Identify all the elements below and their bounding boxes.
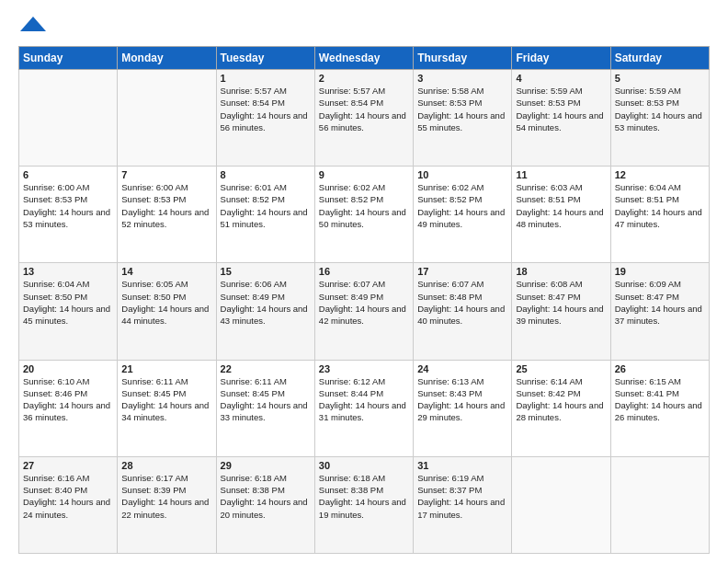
table-cell: 1Sunrise: 5:57 AM Sunset: 8:54 PM Daylig… [216,70,314,167]
day-number: 12 [615,169,705,180]
table-cell: 4Sunrise: 5:59 AM Sunset: 8:53 PM Daylig… [512,70,610,167]
table-cell: 7Sunrise: 6:00 AM Sunset: 8:53 PM Daylig… [118,167,216,263]
day-number: 15 [221,266,311,277]
day-info: Sunrise: 6:11 AM Sunset: 8:45 PM Dayligh… [121,375,211,424]
day-info: Sunrise: 6:04 AM Sunset: 8:50 PM Dayligh… [23,278,113,327]
day-info: Sunrise: 5:57 AM Sunset: 8:54 PM Dayligh… [221,85,311,133]
day-info: Sunrise: 6:13 AM Sunset: 8:43 PM Dayligh… [417,375,507,424]
day-info: Sunrise: 6:14 AM Sunset: 8:42 PM Dayligh… [516,375,606,424]
table-cell: 14Sunrise: 6:05 AM Sunset: 8:50 PM Dayli… [118,263,216,360]
day-info: Sunrise: 6:04 AM Sunset: 8:51 PM Dayligh… [615,181,705,230]
day-info: Sunrise: 6:00 AM Sunset: 8:53 PM Dayligh… [121,181,211,230]
table-cell: 28Sunrise: 6:17 AM Sunset: 8:39 PM Dayli… [118,456,216,553]
table-cell: 10Sunrise: 6:02 AM Sunset: 8:52 PM Dayli… [414,167,512,263]
day-number: 19 [615,266,705,277]
day-info: Sunrise: 6:07 AM Sunset: 8:49 PM Dayligh… [319,278,409,327]
day-number: 10 [417,169,507,180]
header [18,15,710,37]
day-info: Sunrise: 6:19 AM Sunset: 8:37 PM Dayligh… [417,472,507,521]
table-cell: 27Sunrise: 6:16 AM Sunset: 8:40 PM Dayli… [19,456,118,553]
logo-icon [20,15,46,33]
table-cell: 9Sunrise: 6:02 AM Sunset: 8:52 PM Daylig… [314,167,413,263]
day-info: Sunrise: 6:18 AM Sunset: 8:38 PM Dayligh… [221,472,311,521]
table-cell: 23Sunrise: 6:12 AM Sunset: 8:44 PM Dayli… [314,360,413,456]
day-info: Sunrise: 6:18 AM Sunset: 8:38 PM Dayligh… [319,472,409,521]
day-number: 1 [221,73,311,84]
day-info: Sunrise: 6:01 AM Sunset: 8:52 PM Dayligh… [221,181,311,230]
table-cell: 31Sunrise: 6:19 AM Sunset: 8:37 PM Dayli… [414,456,512,553]
table-cell: 8Sunrise: 6:01 AM Sunset: 8:52 PM Daylig… [216,167,314,263]
table-cell: 19Sunrise: 6:09 AM Sunset: 8:47 PM Dayli… [610,263,709,360]
day-number: 21 [121,363,211,374]
day-info: Sunrise: 6:02 AM Sunset: 8:52 PM Dayligh… [417,181,507,230]
day-number: 4 [516,73,606,84]
col-wednesday: Wednesday [314,47,413,70]
day-info: Sunrise: 5:59 AM Sunset: 8:53 PM Dayligh… [615,85,705,133]
day-info: Sunrise: 5:58 AM Sunset: 8:53 PM Dayligh… [417,85,507,133]
day-number: 24 [417,363,507,374]
day-info: Sunrise: 6:06 AM Sunset: 8:49 PM Dayligh… [221,278,311,327]
day-number: 17 [417,266,507,277]
day-number: 25 [516,363,606,374]
day-number: 2 [319,73,409,84]
calendar-week-row: 1Sunrise: 5:57 AM Sunset: 8:54 PM Daylig… [19,70,710,167]
table-cell: 22Sunrise: 6:11 AM Sunset: 8:45 PM Dayli… [216,360,314,456]
day-number: 31 [417,460,507,471]
day-info: Sunrise: 6:17 AM Sunset: 8:39 PM Dayligh… [121,472,211,521]
day-number: 18 [516,266,606,277]
day-info: Sunrise: 6:03 AM Sunset: 8:51 PM Dayligh… [516,181,606,230]
day-number: 20 [23,363,113,374]
col-friday: Friday [512,47,610,70]
day-number: 29 [221,460,311,471]
day-number: 26 [615,363,705,374]
table-cell: 21Sunrise: 6:11 AM Sunset: 8:45 PM Dayli… [118,360,216,456]
table-cell: 16Sunrise: 6:07 AM Sunset: 8:49 PM Dayli… [314,263,413,360]
logo [18,15,46,37]
day-number: 22 [221,363,311,374]
table-cell: 3Sunrise: 5:58 AM Sunset: 8:53 PM Daylig… [414,70,512,167]
calendar-header-row: Sunday Monday Tuesday Wednesday Thursday… [19,47,710,70]
day-number: 8 [221,169,311,180]
table-cell: 5Sunrise: 5:59 AM Sunset: 8:53 PM Daylig… [610,70,709,167]
table-cell: 26Sunrise: 6:15 AM Sunset: 8:41 PM Dayli… [610,360,709,456]
calendar-week-row: 6Sunrise: 6:00 AM Sunset: 8:53 PM Daylig… [19,167,710,263]
calendar-table: Sunday Monday Tuesday Wednesday Thursday… [18,46,710,554]
table-cell: 6Sunrise: 6:00 AM Sunset: 8:53 PM Daylig… [19,167,118,263]
day-info: Sunrise: 6:12 AM Sunset: 8:44 PM Dayligh… [319,375,409,424]
table-cell: 25Sunrise: 6:14 AM Sunset: 8:42 PM Dayli… [512,360,610,456]
day-info: Sunrise: 6:15 AM Sunset: 8:41 PM Dayligh… [615,375,705,424]
table-cell [512,456,610,553]
day-number: 11 [516,169,606,180]
day-number: 3 [417,73,507,84]
table-cell [118,70,216,167]
table-cell: 11Sunrise: 6:03 AM Sunset: 8:51 PM Dayli… [512,167,610,263]
day-info: Sunrise: 6:02 AM Sunset: 8:52 PM Dayligh… [319,181,409,230]
svg-marker-0 [20,17,46,31]
day-number: 5 [615,73,705,84]
table-cell [610,456,709,553]
col-thursday: Thursday [414,47,512,70]
day-number: 28 [121,460,211,471]
col-saturday: Saturday [610,47,709,70]
table-cell: 12Sunrise: 6:04 AM Sunset: 8:51 PM Dayli… [610,167,709,263]
day-number: 16 [319,266,409,277]
col-monday: Monday [118,47,216,70]
day-number: 6 [23,169,113,180]
table-cell: 30Sunrise: 6:18 AM Sunset: 8:38 PM Dayli… [314,456,413,553]
day-info: Sunrise: 6:08 AM Sunset: 8:47 PM Dayligh… [516,278,606,327]
day-info: Sunrise: 6:09 AM Sunset: 8:47 PM Dayligh… [615,278,705,327]
col-tuesday: Tuesday [216,47,314,70]
table-cell: 2Sunrise: 5:57 AM Sunset: 8:54 PM Daylig… [314,70,413,167]
day-info: Sunrise: 6:07 AM Sunset: 8:48 PM Dayligh… [417,278,507,327]
col-sunday: Sunday [19,47,118,70]
table-cell: 29Sunrise: 6:18 AM Sunset: 8:38 PM Dayli… [216,456,314,553]
day-number: 30 [319,460,409,471]
calendar-week-row: 13Sunrise: 6:04 AM Sunset: 8:50 PM Dayli… [19,263,710,360]
day-info: Sunrise: 6:05 AM Sunset: 8:50 PM Dayligh… [121,278,211,327]
day-number: 13 [23,266,113,277]
calendar-week-row: 27Sunrise: 6:16 AM Sunset: 8:40 PM Dayli… [19,456,710,553]
table-cell: 13Sunrise: 6:04 AM Sunset: 8:50 PM Dayli… [19,263,118,360]
day-info: Sunrise: 6:11 AM Sunset: 8:45 PM Dayligh… [221,375,311,424]
day-number: 23 [319,363,409,374]
table-cell [19,70,118,167]
